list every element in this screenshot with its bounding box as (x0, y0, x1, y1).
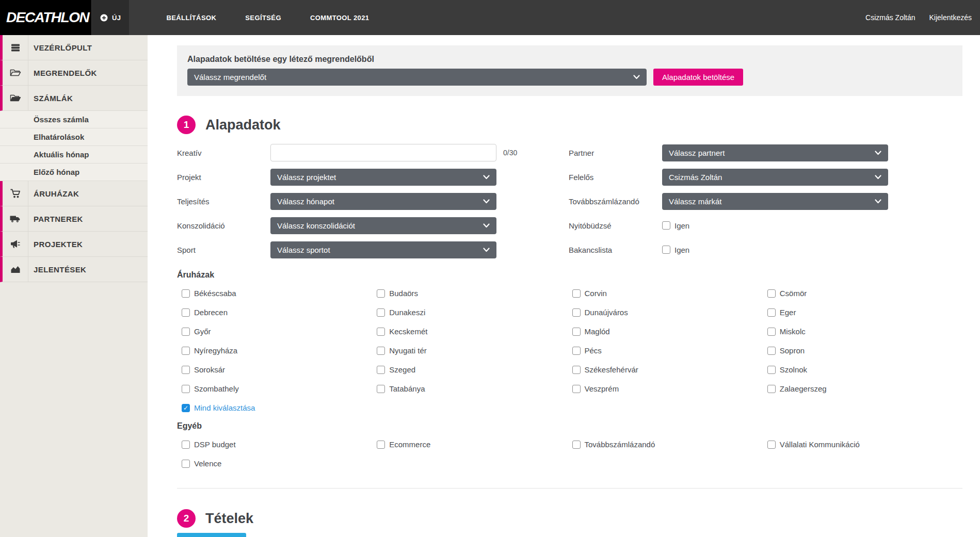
nyitobudzse-checkbox[interactable]: Igen (662, 221, 689, 230)
nav-item-help[interactable]: SEGÍTSÉG (231, 0, 296, 35)
nav-item-new[interactable]: ÚJ (92, 0, 129, 35)
checkbox-icon[interactable] (182, 385, 190, 393)
checkbox-icon[interactable] (377, 366, 385, 374)
checkbox-icon[interactable] (767, 289, 776, 298)
checkbox-item[interactable]: Székesfehérvár (572, 360, 767, 379)
sport-select[interactable]: Válassz sportot (270, 241, 496, 258)
cart-icon (3, 181, 28, 206)
add-item-button[interactable] (177, 533, 246, 537)
section2-header: 2 Tételek (177, 509, 962, 528)
checkbox-icon[interactable] (182, 460, 190, 468)
checkbox-item[interactable]: Soroksár (182, 360, 377, 379)
sidebar-subitem[interactable]: Összes számla (0, 111, 148, 128)
checkbox-icon[interactable] (662, 221, 670, 230)
checkbox-item[interactable]: Maglód (572, 322, 767, 341)
projekt-select[interactable]: Válassz projektet (270, 169, 496, 186)
sidebar-item-jelentesek[interactable]: JELENTÉSEK (0, 257, 148, 282)
checkbox-item[interactable]: Debrecen (182, 303, 377, 322)
stores-title: Áruházak (177, 270, 962, 280)
checkbox-item[interactable]: Vállalati Kommunikáció (767, 435, 962, 454)
checkbox-item[interactable]: Miskolc (767, 322, 962, 341)
checkbox-icon[interactable] (767, 308, 776, 317)
kreativ-input[interactable] (270, 144, 496, 161)
checkbox-item[interactable]: Sopron (767, 341, 962, 360)
checkbox-checked-icon[interactable] (182, 404, 190, 412)
checkbox-icon[interactable] (767, 366, 776, 374)
checkbox-item[interactable]: Békéscsaba (182, 284, 377, 303)
checkbox-icon[interactable] (572, 385, 581, 393)
checkbox-icon[interactable] (572, 441, 581, 449)
megrendelo-select[interactable]: Válassz megrendelőt (187, 69, 647, 86)
checkbox-item[interactable]: Velence (182, 454, 377, 473)
checkbox-item[interactable]: Dunakeszi (377, 303, 572, 322)
checkbox-item[interactable]: Kecskemét (377, 322, 572, 341)
nav-item-settings[interactable]: BEÁLLÍTÁSOK (152, 0, 231, 35)
decathlon-logo[interactable]: DECATHLON (0, 0, 91, 35)
checkbox-icon[interactable] (572, 366, 581, 374)
checkbox-item[interactable]: Dunaújváros (572, 303, 767, 322)
section2-number-badge: 2 (177, 509, 196, 528)
checkbox-item[interactable]: Veszprém (572, 379, 767, 398)
sidebar-item-vezerlopult[interactable]: VEZÉRLŐPULT (0, 35, 148, 60)
bakancslista-checkbox[interactable]: Igen (662, 246, 689, 254)
checkbox-item[interactable]: Corvin (572, 284, 767, 303)
sidebar-subitem[interactable]: Elhatárolások (0, 128, 148, 146)
user-name[interactable]: Csizmás Zoltán (865, 13, 915, 22)
sidebar-item-megrendelok[interactable]: MEGRENDELŐK (0, 60, 148, 86)
checkbox-icon[interactable] (767, 441, 776, 449)
checkbox-item[interactable]: Nyíregyháza (182, 341, 377, 360)
checkbox-item[interactable]: Csömör (767, 284, 962, 303)
checkbox-icon[interactable] (377, 385, 385, 393)
checkbox-item[interactable]: Győr (182, 322, 377, 341)
field-label: Felelős (569, 173, 662, 182)
checkbox-icon[interactable] (572, 289, 581, 298)
logout-link[interactable]: Kijelentkezés (929, 13, 972, 22)
checkbox-item[interactable]: DSP budget (182, 435, 377, 454)
checkbox-icon[interactable] (377, 289, 385, 298)
konszolidacio-select[interactable]: Válassz konszolidációt (270, 217, 496, 234)
sidebar-subitem[interactable]: Előző hónap (0, 164, 148, 181)
checkbox-item[interactable]: Szombathely (182, 379, 377, 398)
checkbox-item[interactable]: Budaörs (377, 284, 572, 303)
load-basedata-button[interactable]: Alapadatok betöltése (653, 69, 743, 86)
checkbox-icon[interactable] (662, 246, 670, 254)
checkbox-icon[interactable] (572, 308, 581, 317)
checkbox-icon[interactable] (182, 441, 190, 449)
checkbox-icon[interactable] (767, 347, 776, 355)
felelos-select[interactable]: Csizmás Zoltán (662, 169, 888, 186)
sidebar-item-aruhazak[interactable]: ÁRUHÁZAK (0, 181, 148, 206)
checkbox-icon[interactable] (377, 308, 385, 317)
checkbox-icon[interactable] (377, 347, 385, 355)
nav-item-commtool[interactable]: COMMTOOL 2021 (296, 0, 384, 35)
checkbox-icon[interactable] (182, 347, 190, 355)
checkbox-item[interactable]: Szolnok (767, 360, 962, 379)
checkbox-item[interactable]: Zalaegerszeg (767, 379, 962, 398)
field-label: Bakancslista (569, 246, 662, 254)
checkbox-icon[interactable] (377, 328, 385, 336)
checkbox-icon[interactable] (572, 347, 581, 355)
checkbox-icon[interactable] (572, 328, 581, 336)
checkbox-item[interactable]: Továbbszámlázandó (572, 435, 767, 454)
tovabbszamlazando-select[interactable]: Válassz márkát (662, 193, 888, 210)
checkbox-icon[interactable] (377, 441, 385, 449)
sidebar-subitem[interactable]: Aktuális hónap (0, 146, 148, 164)
checkbox-icon[interactable] (182, 366, 190, 374)
checkbox-icon[interactable] (182, 328, 190, 336)
sidebar-item-szamlak[interactable]: SZÁMLÁK (0, 86, 148, 111)
select-all-stores-checkbox[interactable]: Mind kiválasztása (182, 403, 255, 412)
sidebar-item-projektek[interactable]: PROJEKTEK (0, 232, 148, 257)
sidebar: VEZÉRLŐPULT MEGRENDELŐK SZÁMLÁK Összes s… (0, 35, 148, 537)
checkbox-item[interactable]: Tatabánya (377, 379, 572, 398)
checkbox-icon[interactable] (767, 385, 776, 393)
teljesites-select[interactable]: Válassz hónapot (270, 193, 496, 210)
checkbox-icon[interactable] (182, 289, 190, 298)
partner-select[interactable]: Válassz partnert (662, 144, 888, 161)
sidebar-item-partnerek[interactable]: PARTNEREK (0, 206, 148, 232)
checkbox-icon[interactable] (182, 308, 190, 317)
checkbox-item[interactable]: Nyugati tér (377, 341, 572, 360)
checkbox-item[interactable]: Szeged (377, 360, 572, 379)
checkbox-icon[interactable] (767, 328, 776, 336)
checkbox-item[interactable]: Pécs (572, 341, 767, 360)
checkbox-item[interactable]: Ecommerce (377, 435, 572, 454)
checkbox-item[interactable]: Eger (767, 303, 962, 322)
